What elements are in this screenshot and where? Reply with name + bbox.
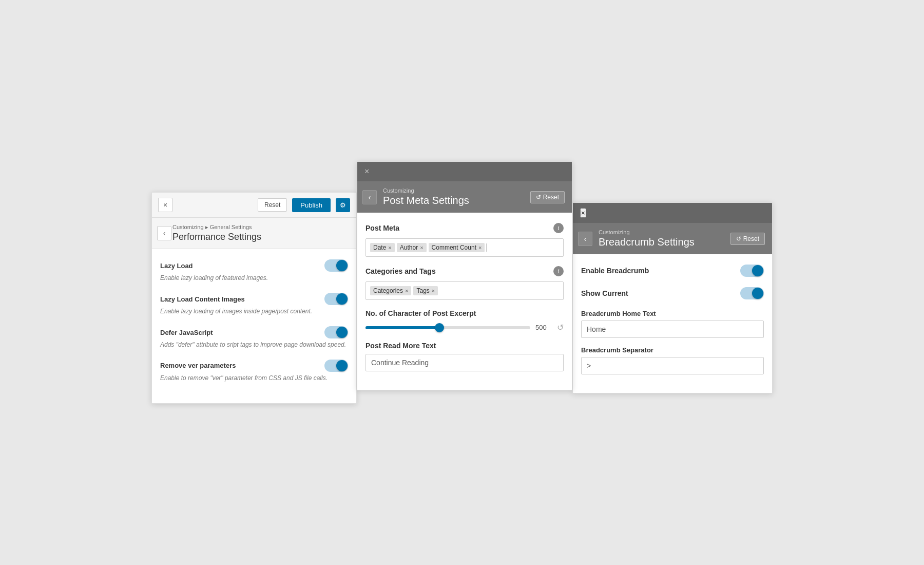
- remove-ver-row: Remove ver parameters Enable to remove "…: [160, 360, 348, 383]
- panel1-breadcrumb: Customizing ▸ General Settings: [172, 224, 350, 231]
- panel1-body: Lazy Load Enable lazy loading of feature…: [152, 249, 356, 403]
- tag-comment-count: Comment Count ×: [429, 243, 485, 252]
- panel3-title: Breadcrumb Settings: [599, 236, 730, 248]
- lazy-load-content-toggle[interactable]: [324, 293, 348, 305]
- panel3-nav-text: Customizing Breadcrumb Settings: [599, 229, 730, 248]
- excerpt-section: No. of Character of Post Excerpt 500 ↺: [365, 309, 564, 332]
- panel2-nav: ‹ Customizing Post Meta Settings ↺ Reset: [357, 181, 572, 213]
- read-more-section: Post Read More Text: [365, 342, 564, 371]
- panel1-close-button[interactable]: ×: [158, 198, 172, 212]
- categories-section-title: Categories and Tags: [365, 267, 436, 275]
- performance-settings-panel: × Reset Publish ⚙ ‹ Customizing ▸ Genera…: [151, 192, 357, 403]
- lazy-load-content-row: Lazy Load Content Images Enable lazy loa…: [160, 293, 348, 316]
- panel2-sub-title: Customizing: [383, 187, 530, 194]
- panel1-toolbar: × Reset Publish ⚙: [152, 193, 356, 218]
- panel1-publish-button[interactable]: Publish: [292, 198, 331, 212]
- separator-input[interactable]: [581, 357, 764, 374]
- panel3-sub-title: Customizing: [599, 229, 730, 235]
- excerpt-section-title: No. of Character of Post Excerpt: [365, 309, 564, 317]
- defer-js-desc: Adds "defer" attribute to sript tags to …: [160, 341, 348, 349]
- defer-js-row: Defer JavaScript Adds "defer" attribute …: [160, 326, 348, 349]
- home-text-input[interactable]: [581, 321, 764, 338]
- panel1-nav: ‹ Customizing ▸ General Settings Perform…: [152, 218, 356, 249]
- remove-ver-toggle[interactable]: [324, 360, 348, 372]
- lazy-load-desc: Enable lazy loading of featured images.: [160, 274, 348, 282]
- categories-tag-input[interactable]: Categories × Tags ×: [365, 281, 564, 300]
- read-more-title: Post Read More Text: [365, 342, 564, 350]
- home-text-label: Breadcrumb Home Text: [581, 310, 764, 317]
- categories-section-header: Categories and Tags i: [365, 266, 564, 276]
- excerpt-slider-reset[interactable]: ↺: [557, 323, 564, 332]
- show-current-label: Show Current: [581, 289, 628, 297]
- tag-date: Date ×: [370, 243, 395, 252]
- separator-label: Breadcrumb Separator: [581, 346, 764, 354]
- post-meta-settings-panel: × ‹ Customizing Post Meta Settings ↺ Res…: [357, 161, 572, 390]
- panel3-back-button[interactable]: ‹: [578, 232, 592, 246]
- show-current-row: Show Current: [581, 287, 764, 299]
- panel2-header-top: ×: [357, 162, 572, 181]
- post-meta-tag-input[interactable]: Date × Author × Comment Count ×: [365, 238, 564, 257]
- lazy-load-content-label: Lazy Load Content Images: [160, 295, 245, 303]
- post-meta-section-header: Post Meta i: [365, 223, 564, 233]
- excerpt-slider-row: 500 ↺: [365, 323, 564, 332]
- lazy-load-content-desc: Enable lazy loading of images inside pag…: [160, 307, 348, 316]
- post-meta-info-icon[interactable]: i: [553, 223, 564, 233]
- remove-ver-desc: Enable to remove "ver" parameter from CS…: [160, 374, 348, 383]
- defer-js-toggle[interactable]: [324, 326, 348, 338]
- panel3-header-top: ×: [573, 203, 772, 223]
- panel3-close-button[interactable]: ×: [580, 208, 586, 218]
- excerpt-slider-value: 500: [535, 324, 552, 331]
- excerpt-slider-thumb[interactable]: [435, 323, 444, 332]
- tag-author: Author ×: [397, 243, 427, 252]
- panel2-back-button[interactable]: ‹: [362, 190, 377, 204]
- post-meta-section-title: Post Meta: [365, 224, 399, 232]
- panel1-gear-button[interactable]: ⚙: [336, 198, 350, 212]
- panel2-close-button[interactable]: ×: [364, 167, 369, 176]
- enable-breadcrumb-row: Enable Breadcrumb: [581, 265, 764, 277]
- tag-categories: Categories ×: [370, 286, 411, 295]
- panel1-title: Performance Settings: [172, 232, 350, 242]
- excerpt-slider-fill: [365, 326, 439, 329]
- defer-js-label: Defer JavaScript: [160, 329, 213, 336]
- enable-breadcrumb-label: Enable Breadcrumb: [581, 267, 649, 275]
- lazy-load-label: Lazy Load: [160, 262, 193, 270]
- panel2-reset-button[interactable]: ↺ Reset: [530, 191, 565, 203]
- home-text-section: Breadcrumb Home Text: [581, 310, 764, 338]
- lazy-load-row: Lazy Load Enable lazy loading of feature…: [160, 259, 348, 282]
- separator-section: Breadcrumb Separator: [581, 346, 764, 374]
- categories-info-icon[interactable]: i: [553, 266, 564, 276]
- panel3-reset-button[interactable]: ↺ Reset: [730, 233, 765, 245]
- enable-breadcrumb-toggle[interactable]: [740, 265, 764, 277]
- read-more-input[interactable]: [365, 354, 564, 371]
- panel3-nav: ‹ Customizing Breadcrumb Settings ↺ Rese…: [573, 223, 772, 254]
- excerpt-slider-track[interactable]: [365, 326, 530, 329]
- panel1-back-button[interactable]: ‹: [157, 226, 171, 240]
- panel2-body: Post Meta i Date × Author × Comment Coun…: [357, 213, 572, 390]
- lazy-load-toggle[interactable]: [324, 259, 348, 272]
- tag-input-cursor: [487, 243, 487, 252]
- remove-ver-label: Remove ver parameters: [160, 362, 236, 369]
- panel2-nav-text: Customizing Post Meta Settings: [383, 187, 530, 206]
- show-current-toggle[interactable]: [740, 287, 764, 299]
- panel1-reset-button[interactable]: Reset: [258, 198, 287, 212]
- panel3-body: Enable Breadcrumb Show Current Breadcrum…: [573, 254, 772, 393]
- breadcrumb-settings-panel: × ‹ Customizing Breadcrumb Settings ↺ Re…: [572, 202, 773, 393]
- panel2-title: Post Meta Settings: [383, 195, 530, 206]
- tag-tags: Tags ×: [413, 286, 438, 295]
